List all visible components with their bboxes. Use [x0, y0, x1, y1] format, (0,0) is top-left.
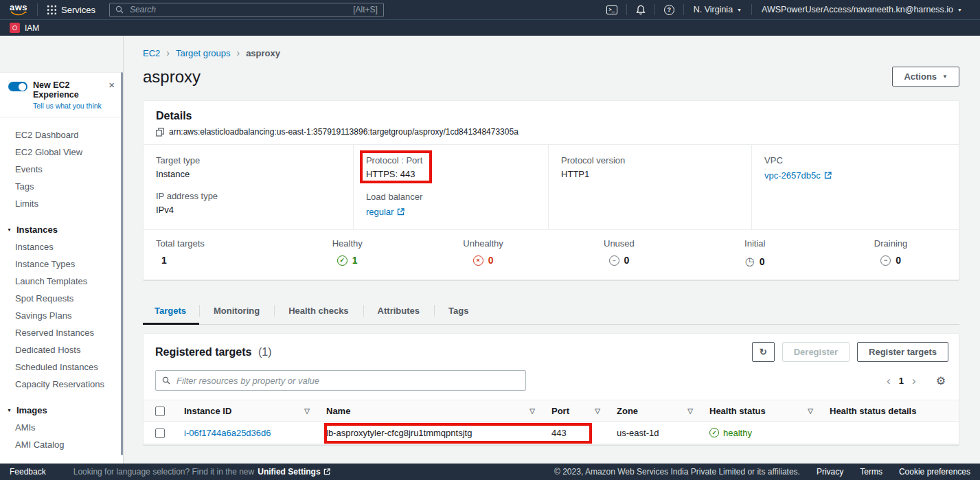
sidebar-item-tags[interactable]: Tags [0, 178, 123, 195]
account-menu[interactable]: AWSPowerUserAccess/navaneeth.kn@harness.… [752, 5, 972, 14]
sidebar-item-ec2-global-view[interactable]: EC2 Global View [0, 144, 123, 161]
feedback-button[interactable]: Feedback [10, 467, 46, 477]
sidebar-section-images[interactable]: ▼ Images [0, 402, 123, 419]
favorites-bar: IAM [0, 19, 980, 36]
sidebar-item-launch-templates[interactable]: Launch Templates [0, 273, 123, 290]
current-page-number: 1 [897, 376, 906, 386]
sidebar-item-instance-types[interactable]: Instance Types [0, 255, 123, 273]
sidebar-item-events[interactable]: Events [0, 161, 123, 178]
cloudshell-button[interactable]: >_ [597, 5, 626, 14]
select-all-checkbox[interactable] [155, 407, 165, 416]
stat-value-draining: 0 [896, 255, 901, 266]
row-checkbox[interactable] [155, 428, 165, 438]
breadcrumb-current: asproxy [246, 48, 280, 58]
stat-value-initial: 0 [760, 256, 765, 267]
column-header-name: Name [326, 406, 350, 416]
stat-label-total-targets: Total targets [156, 238, 280, 249]
favorite-iam-link[interactable]: IAM [25, 23, 39, 33]
target-group-arn: arn:aws:elasticloadbalancing:us-east-1:3… [169, 127, 519, 137]
ec2-sidebar: New EC2 Experience Tell us what you thin… [0, 36, 124, 464]
sort-icon[interactable]: ▽ [808, 407, 813, 415]
previous-page-button[interactable]: ‹ [880, 375, 897, 387]
new-experience-label: New EC2 Experience [33, 80, 102, 100]
sidebar-item-instances[interactable]: Instances [0, 238, 123, 255]
new-ec2-experience-panel: New EC2 Experience Tell us what you thin… [0, 72, 123, 117]
search-icon [162, 376, 170, 385]
sort-icon[interactable]: ▽ [687, 407, 693, 415]
table-settings-gear-icon[interactable]: ⚙ [933, 374, 948, 387]
registered-targets-heading: Registered targets [155, 346, 252, 358]
sort-icon[interactable]: ▽ [304, 407, 310, 415]
search-input[interactable] [128, 4, 348, 15]
actions-button[interactable]: Actions ▼ [892, 67, 959, 87]
deregister-button[interactable]: Deregister [782, 342, 850, 362]
sidebar-scrollbar[interactable] [121, 72, 123, 455]
top-navigation: aws Services [Alt+S] >_ [0, 0, 980, 19]
terms-link[interactable]: Terms [860, 467, 882, 477]
instance-id-link[interactable]: i-06f1744a6a25d36d6 [184, 428, 271, 438]
unified-settings-link[interactable]: Unified Settings [258, 467, 330, 477]
region-selector[interactable]: N. Virginia ▼ [684, 5, 751, 14]
column-header-health-status: Health status [709, 406, 766, 416]
tab-monitoring[interactable]: Monitoring [199, 299, 274, 324]
new-experience-toggle[interactable] [8, 82, 27, 91]
account-label: AWSPowerUserAccess/navaneeth.kn@harness.… [762, 5, 953, 14]
stat-label-initial: Initial [687, 238, 823, 249]
breadcrumb-target-groups[interactable]: Target groups [176, 48, 231, 58]
sidebar-item-dedicated-hosts[interactable]: Dedicated Hosts [0, 341, 123, 358]
sidebar-item-capacity-reservations[interactable]: Capacity Reservations [0, 376, 123, 393]
close-icon[interactable]: × [107, 80, 116, 90]
stat-label-unhealthy: Unhealthy [415, 238, 551, 249]
sidebar-item-ami-catalog[interactable]: AMI Catalog [0, 436, 123, 453]
sidebar-item-ec2-dashboard[interactable]: EC2 Dashboard [0, 126, 123, 144]
sidebar-item-savings-plans[interactable]: Savings Plans [0, 307, 123, 324]
external-link-icon [824, 172, 832, 179]
field-label-protocol-version: Protocol version [561, 155, 739, 165]
check-circle-icon: ✓ [709, 428, 719, 437]
help-button[interactable]: ? [655, 5, 683, 15]
cookie-preferences-link[interactable]: Cookie preferences [899, 467, 970, 477]
notifications-button[interactable] [627, 5, 654, 15]
copy-icon[interactable] [156, 128, 164, 137]
tab-targets[interactable]: Targets [143, 299, 199, 324]
language-hint: Looking for language selection? Find it … [73, 467, 330, 477]
help-icon: ? [664, 5, 674, 15]
table-row: i-06f1744a6a25d36d6 lb-asproxytyler-cfcg… [144, 422, 959, 444]
vpc-link[interactable]: vpc-2657db5c [764, 170, 832, 181]
divider [37, 3, 38, 16]
tab-tags[interactable]: Tags [434, 299, 483, 324]
services-menu-button[interactable]: Services [46, 5, 102, 15]
breadcrumb-separator-icon: › [166, 47, 170, 58]
sidebar-section-elastic-block-store[interactable]: ▼ Elastic Block Store [0, 462, 123, 464]
sidebar-section-instances[interactable]: ▼ Instances [0, 221, 123, 238]
next-page-button[interactable]: › [906, 375, 922, 387]
sidebar-item-reserved-instances[interactable]: Reserved Instances [0, 324, 123, 341]
refresh-button[interactable]: ↻ [752, 342, 775, 362]
sort-icon[interactable]: ▽ [595, 407, 600, 415]
field-value-target-type: Instance [156, 169, 341, 179]
field-label-vpc: VPC [764, 155, 946, 165]
stat-value-unused: 0 [624, 255, 630, 266]
sort-icon[interactable]: ▽ [529, 407, 535, 415]
stat-value-total-targets: 1 [156, 255, 167, 266]
sidebar-item-limits[interactable]: Limits [0, 195, 123, 212]
sidebar-spacer [0, 36, 123, 72]
global-search[interactable]: [Alt+S] [109, 3, 384, 17]
sidebar-item-spot-requests[interactable]: Spot Requests [0, 290, 123, 307]
breadcrumb-ec2[interactable]: EC2 [143, 48, 160, 58]
sidebar-item-scheduled-instances[interactable]: Scheduled Instances [0, 358, 123, 376]
iam-service-icon [10, 23, 20, 33]
tab-health-checks[interactable]: Health checks [274, 299, 363, 324]
sidebar-item-amis[interactable]: AMIs [0, 419, 123, 436]
filter-input[interactable] [175, 375, 519, 387]
aws-logo[interactable]: aws [10, 3, 27, 16]
field-label-ip-address-type: IP address type [156, 191, 341, 201]
register-targets-button[interactable]: Register targets [857, 342, 948, 362]
region-label: N. Virginia [694, 5, 733, 14]
target-port: 443 [551, 428, 567, 438]
feedback-link[interactable]: Tell us what you think [33, 102, 102, 110]
load-balancer-link[interactable]: regular [366, 207, 404, 217]
registered-targets-card: Registered targets (1) ↻ Deregister Regi… [143, 333, 959, 445]
tab-attributes[interactable]: Attributes [363, 299, 434, 324]
privacy-link[interactable]: Privacy [817, 467, 843, 477]
